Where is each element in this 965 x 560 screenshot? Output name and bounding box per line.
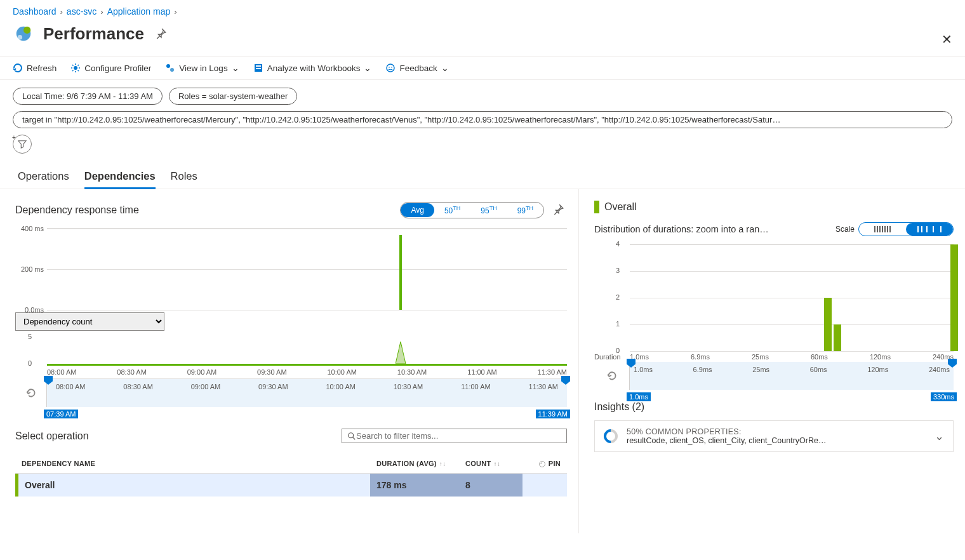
col-pin: PIN (522, 460, 567, 468)
filter-target-chip[interactable]: target in "http://10.242.0.95:1025/weath… (13, 111, 952, 128)
breadcrumb-asc-svc[interactable]: asc-svc (67, 6, 96, 17)
x-axis-ticks: 08:00 AM08:30 AM09:00 AM09:30 AM10:00 AM… (47, 366, 567, 379)
undo-icon[interactable] (15, 379, 47, 407)
search-input[interactable] (356, 431, 561, 441)
tabs: Operations Dependencies Roles (0, 159, 965, 189)
col-count[interactable]: COUNT↑↓ (459, 460, 522, 468)
breadcrumb-dashboard[interactable]: Dashboard (13, 6, 57, 17)
filter-roles-chip[interactable]: Roles = solar-system-weather (169, 88, 297, 105)
col-duration[interactable]: DURATION (AVG)↑↓ (370, 460, 459, 468)
chart-title: Dependency response time (15, 204, 139, 216)
svg-point-5 (170, 68, 174, 72)
add-filter-button[interactable]: + (13, 135, 32, 154)
filter-time-chip[interactable]: Local Time: 9/6 7:39 AM - 11:39 AM (13, 88, 163, 105)
svg-rect-7 (256, 65, 261, 67)
svg-point-2 (18, 35, 23, 40)
refresh-button[interactable]: Refresh (13, 63, 57, 73)
brush-label-end: 330ms (931, 392, 957, 401)
insight-line2: resultCode, client_OS, client_City, clie… (627, 436, 926, 445)
seg-99[interactable]: 99TH (507, 203, 543, 218)
svg-line-13 (353, 437, 356, 439)
scale-label: Scale (835, 225, 855, 234)
undo-icon[interactable] (594, 362, 630, 390)
chevron-down-icon: ⌄ (232, 63, 239, 73)
breadcrumb-appmap[interactable]: Application map (107, 6, 171, 17)
chevron-down-icon: ⌄ (441, 63, 449, 73)
view-in-logs-button[interactable]: View in Logs ⌄ (165, 63, 239, 73)
svg-point-11 (392, 67, 393, 68)
pin-button[interactable] (153, 25, 170, 43)
svg-point-4 (166, 64, 170, 68)
overall-label: Overall (604, 201, 637, 213)
scale-toggle[interactable] (858, 222, 954, 236)
seg-avg[interactable]: Avg (401, 203, 434, 217)
duration-histogram[interactable]: 4 3 2 1 0 (630, 244, 954, 352)
breadcrumb: Dashboard› asc-svc› Application map› (0, 0, 965, 20)
series-color-icon (594, 201, 599, 213)
tab-roles[interactable]: Roles (171, 168, 197, 189)
toolbar: Refresh Configure Profiler View in Logs … (0, 56, 965, 80)
insight-line1: 50% COMMON PROPERTIES: (627, 427, 926, 436)
svg-point-1 (23, 27, 30, 34)
chevron-down-icon: ⌄ (364, 63, 371, 73)
configure-profiler-button[interactable]: Configure Profiler (70, 63, 151, 73)
duration-brush[interactable]: 1.0ms6.9ms25ms60ms120ms240ms 1.0ms 330ms (594, 362, 954, 390)
tab-dependencies[interactable]: Dependencies (84, 168, 156, 189)
operation-table: DEPENDENCY NAME DURATION (AVG)↑↓ COUNT↑↓… (15, 455, 567, 497)
search-box[interactable] (342, 429, 567, 443)
hist-x-label: Duration (594, 353, 630, 361)
filters: Local Time: 9/6 7:39 AM - 11:39 AM Roles… (0, 80, 965, 159)
brush-label-start: 07:39 AM (44, 410, 78, 418)
seg-95[interactable]: 95TH (470, 203, 507, 218)
svg-point-14 (540, 462, 545, 467)
page-header: Performance (0, 20, 965, 56)
svg-rect-8 (256, 68, 261, 69)
col-name[interactable]: DEPENDENCY NAME (15, 460, 370, 468)
response-time-chart[interactable]: 400 ms 200 ms 0.0ms (15, 228, 567, 310)
feedback-button[interactable]: Feedback ⌄ (385, 63, 448, 73)
tab-operations[interactable]: Operations (18, 168, 69, 189)
percentile-segmented: Avg 50TH 95TH 99TH (400, 202, 544, 218)
table-row[interactable]: Overall 178 ms 8 (15, 474, 567, 497)
insights-title: Insights (2) (594, 401, 954, 413)
close-button[interactable]: ✕ (942, 32, 952, 47)
chevron-down-icon: ⌄ (935, 429, 944, 443)
distribution-title: Distribution of durations: zoom into a r… (594, 224, 769, 234)
page-title: Performance (43, 24, 144, 44)
time-brush[interactable]: 08:00 AM08:30 AM09:00 AM09:30 AM10:00 AM… (15, 379, 567, 407)
insight-card[interactable]: 50% COMMON PROPERTIES: resultCode, clien… (594, 420, 954, 452)
dependency-metric-select[interactable]: Dependency count (15, 312, 164, 331)
search-icon (347, 432, 356, 441)
brush-label-start: 1.0ms (627, 392, 651, 401)
donut-icon (601, 426, 620, 446)
hist-x-ticks: 1.0ms6.9ms25ms60ms120ms240ms (630, 353, 954, 361)
svg-point-9 (387, 64, 394, 72)
select-operation-title: Select operation (15, 430, 89, 442)
seg-50[interactable]: 50TH (434, 203, 470, 218)
analyze-workbooks-button[interactable]: Analyze with Workbooks ⌄ (253, 63, 372, 73)
svg-point-3 (74, 66, 77, 70)
pin-chart-button[interactable] (550, 201, 567, 219)
dependency-count-chart[interactable]: 5 0 (47, 333, 567, 366)
appinsights-icon (13, 23, 34, 44)
svg-point-10 (389, 67, 390, 68)
svg-point-12 (349, 432, 354, 437)
brush-label-end: 11:39 AM (536, 410, 570, 418)
